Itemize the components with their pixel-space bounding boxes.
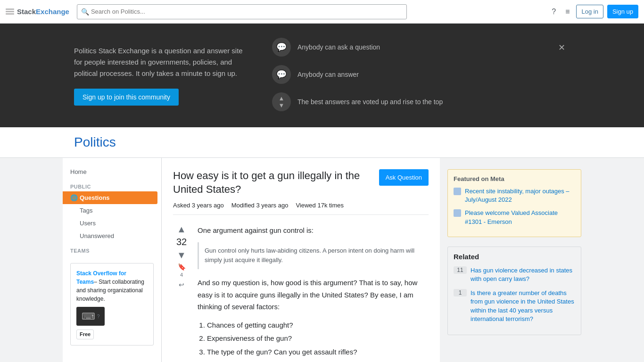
vote-icon: ▲▼ (272, 92, 291, 111)
question-list: Chances of getting caught? Expensiveness… (207, 319, 429, 362)
answer-label: Anybody can answer (297, 71, 359, 78)
site-header: Politics (0, 127, 644, 158)
featured-meta-widget: Featured on Meta Recent site instability… (447, 169, 581, 237)
main-layout: Home PUBLIC 🌐Questions Tags Users Unansw… (63, 158, 581, 362)
search-input[interactable] (91, 8, 403, 15)
logo-text: StackExchange (17, 8, 69, 16)
bookmark-button[interactable]: 4 (178, 263, 186, 278)
sidebar-item-users[interactable]: Users (63, 217, 161, 230)
hero-close-button[interactable]: ✕ (558, 42, 565, 53)
blockquote: Gun control only hurts law-abiding citiz… (198, 242, 429, 270)
featured-meta-link-0[interactable]: Recent site instability, major outages –… (465, 187, 575, 204)
sidebar-item-tags[interactable]: Tags (63, 204, 161, 217)
question-meta: Asked 3 years ago Modified 3 years ago V… (173, 202, 429, 215)
free-badge: Free (76, 329, 94, 339)
vote-label: The best answers are voted up and rise t… (297, 98, 443, 106)
nav-right: ? ≡ Log in Sign up (549, 5, 638, 19)
bookmark-count: 4 (180, 272, 183, 278)
related-link-1[interactable]: Is there a greater number of deaths from… (471, 289, 575, 323)
ask-label: Anybody can ask a question (297, 43, 380, 51)
teams-name: Stack Overflow for Teams– Start collabor… (76, 269, 148, 303)
signup-button[interactable]: Sign up (607, 5, 638, 18)
question-body-area: 32 4 One argument against gun control is… (173, 224, 429, 362)
teams-thumbnail: ⌨ ? (76, 307, 105, 326)
search-bar: 🔍 (77, 4, 407, 19)
sidebar-section-public: PUBLIC (63, 178, 161, 191)
hero-item-ask: 💬 Anybody can ask a question (272, 38, 570, 57)
hero-item-vote: ▲▼ The best answers are voted up and ris… (272, 92, 570, 111)
sidebar-item-questions[interactable]: 🌐Questions (63, 191, 157, 204)
related-widget: Related 11 Has gun violence decreased in… (447, 247, 581, 335)
globe-icon: 🌐 (70, 194, 78, 201)
asked-label: Asked 3 years ago (173, 202, 224, 209)
related-item-1: 1 Is there a greater number of deaths fr… (454, 289, 575, 323)
teams-box: Stack Overflow for Teams– Start collabor… (70, 263, 154, 346)
question-body: One argument against gun control is: Gun… (198, 224, 429, 362)
question-header: How easy is it to get a gun illegally in… (173, 169, 429, 196)
meta-item-icon-1 (454, 209, 461, 217)
meta-item-icon-0 (454, 188, 461, 195)
related-title: Related (454, 253, 575, 261)
question-title: How easy is it to get a gun illegally in… (173, 169, 372, 196)
related-link-0[interactable]: Has gun violence decreased in states wit… (471, 266, 575, 283)
related-item-0: 11 Has gun violence decreased in states … (454, 266, 575, 283)
downvote-button[interactable] (177, 250, 186, 260)
vote-column: 32 4 (173, 224, 190, 362)
modified-label: Modified 3 years ago (231, 202, 289, 209)
featured-meta-title: Featured on Meta (454, 175, 575, 182)
inbox-button[interactable]: ≡ (562, 5, 572, 19)
history-button[interactable] (179, 280, 184, 289)
list-item: Chances of getting caught? (207, 319, 429, 332)
blockquote-intro: One argument against gun control is: (198, 224, 429, 237)
top-navigation: StackExchange 🔍 ? ≡ Log in Sign up (0, 0, 644, 24)
list-item: Expensiveness of the gun? (207, 332, 429, 346)
right-sidebar: Featured on Meta Recent site instability… (440, 158, 581, 362)
viewed-label: Viewed 17k times (296, 202, 344, 209)
related-score-1: 1 (454, 289, 467, 296)
hero-icons: 💬 Anybody can ask a question 💬 Anybody c… (272, 38, 570, 113)
question-main-text: And so my question is, how good is this … (198, 277, 429, 313)
related-score-0: 11 (454, 266, 467, 274)
hero-text: Politics Stack Exchange is a question an… (74, 45, 244, 106)
upvote-button[interactable] (177, 224, 186, 234)
search-icon: 🔍 (81, 8, 89, 16)
login-button[interactable]: Log in (576, 5, 603, 18)
logo-link[interactable]: StackExchange (6, 8, 69, 16)
site-title: Politics (74, 135, 570, 157)
ask-icon: 💬 (272, 38, 291, 57)
hero-banner: Politics Stack Exchange is a question an… (0, 24, 644, 127)
hero-item-answer: 💬 Anybody can answer (272, 65, 570, 84)
vote-count: 32 (176, 237, 187, 247)
answer-icon: 💬 (272, 65, 291, 84)
join-community-button[interactable]: Sign up to join this community (74, 89, 179, 106)
question-content-area: How easy is it to get a gun illegally in… (162, 158, 440, 362)
sidebar-item-unanswered[interactable]: Unanswered (63, 230, 161, 242)
ask-question-button[interactable]: Ask Question (379, 169, 429, 186)
featured-meta-link-1[interactable]: Please welcome Valued Associate #1301 - … (465, 209, 575, 226)
featured-meta-item-0: Recent site instability, major outages –… (454, 187, 575, 204)
sidebar: Home PUBLIC 🌐Questions Tags Users Unansw… (63, 158, 162, 362)
bookmark-icon (178, 263, 186, 271)
history-icon (179, 280, 184, 288)
hero-description: Politics Stack Exchange is a question an… (74, 45, 244, 79)
list-item: Do normal everyday people have access to… (207, 359, 429, 362)
logo-icon (6, 8, 14, 15)
sidebar-item-home[interactable]: Home (63, 165, 161, 178)
help-button[interactable]: ? (549, 5, 559, 19)
list-item: The type of the gun? Can you get assault… (207, 346, 429, 359)
featured-meta-item-1: Please welcome Valued Associate #1301 - … (454, 209, 575, 226)
sidebar-section-teams: TEAMS (63, 242, 161, 255)
